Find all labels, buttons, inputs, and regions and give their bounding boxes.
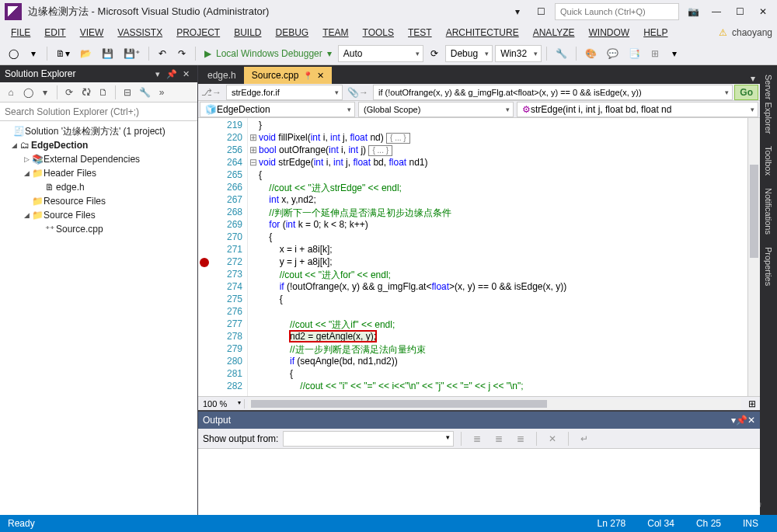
tree-source-cpp[interactable]: ⁺⁺Source.cpp bbox=[0, 222, 197, 236]
nav-class-combo[interactable]: 🧊 EdgeDection bbox=[200, 102, 355, 117]
nav-func-combo[interactable]: ⚙ strEdge(int i, int j, float bd, float … bbox=[517, 102, 758, 117]
code-editor[interactable]: 2192202562642652662672682692702712722732… bbox=[198, 118, 760, 396]
menu-team[interactable]: TEAM bbox=[316, 26, 354, 40]
tab-close-icon[interactable]: ✕ bbox=[317, 71, 324, 81]
tree-solution[interactable]: 🧾Solution '边缘检测方法' (1 project) bbox=[0, 124, 197, 138]
output-close-icon[interactable]: ✕ bbox=[747, 415, 755, 426]
se-refresh-icon[interactable]: ⟳ bbox=[61, 85, 77, 100]
status-ins: INS bbox=[732, 518, 769, 529]
menu-bar: FILE EDIT VIEW VASSISTX PROJECT BUILD DE… bbox=[0, 23, 777, 42]
pin-icon[interactable]: 📍 bbox=[303, 71, 312, 80]
output-btn-3[interactable]: ≣ bbox=[512, 431, 529, 447]
solution-explorer-search[interactable] bbox=[0, 103, 197, 121]
tool-icon-4[interactable]: 📑 bbox=[625, 45, 644, 62]
tree-source-files[interactable]: ◢📁Source Files bbox=[0, 208, 197, 222]
tab-source-cpp[interactable]: Source.cpp📍✕ bbox=[244, 67, 333, 84]
editor-area: edge.h Source.cpp📍✕ ▾ ⎇→ strEdge.for.if … bbox=[198, 65, 760, 515]
breakpoint-margin[interactable] bbox=[198, 118, 211, 396]
fold-column[interactable]: ⊞⊞⊟ bbox=[248, 118, 259, 396]
nav-fwd-button[interactable]: ▾ bbox=[25, 45, 42, 62]
tree-edge-h[interactable]: 🗎edge.h bbox=[0, 180, 197, 194]
solution-search-input[interactable] bbox=[0, 103, 197, 120]
maximize-button[interactable]: ☐ bbox=[730, 2, 749, 21]
save-all-button[interactable]: 💾⁺ bbox=[120, 45, 144, 62]
output-body[interactable] bbox=[198, 449, 760, 515]
tool-icon-3[interactable]: 💬 bbox=[603, 45, 622, 62]
se-back-icon[interactable]: ◯ bbox=[20, 85, 36, 100]
horizontal-scrollbar[interactable] bbox=[248, 398, 741, 409]
panel-dropdown-icon[interactable]: ▾ bbox=[151, 67, 165, 81]
menu-vassistx[interactable]: VASSISTX bbox=[111, 26, 169, 40]
open-button[interactable]: 📂 bbox=[76, 45, 96, 62]
output-pin-icon[interactable]: 📌 bbox=[736, 415, 747, 426]
go-button[interactable]: Go bbox=[734, 85, 758, 100]
zoom-combo[interactable]: 100 % bbox=[198, 399, 245, 409]
dropdown-icon[interactable]: ▾ bbox=[508, 2, 527, 21]
redo-button[interactable]: ↷ bbox=[173, 45, 190, 62]
menu-help[interactable]: HELP bbox=[637, 26, 674, 40]
panel-close-icon[interactable]: ✕ bbox=[179, 67, 193, 81]
tree-resource-files[interactable]: 📁Resource Files bbox=[0, 194, 197, 208]
output-wrap-icon[interactable]: ↵ bbox=[576, 431, 593, 447]
tool-icon-6[interactable]: ▾ bbox=[666, 45, 683, 62]
config-platform-combo[interactable]: Win32 bbox=[495, 45, 542, 62]
output-clear-icon[interactable]: ✕ bbox=[544, 431, 561, 447]
menu-debug[interactable]: DEBUG bbox=[270, 26, 315, 40]
nav-context-combo[interactable]: strEdge.for.if bbox=[226, 85, 343, 100]
tab-edge-h[interactable]: edge.h bbox=[200, 67, 244, 84]
tool-icon-1[interactable]: 🔧 bbox=[552, 45, 571, 62]
nav-scope-combo[interactable]: (Global Scope) bbox=[358, 102, 514, 117]
menu-build[interactable]: BUILD bbox=[228, 26, 267, 40]
tree-header-files[interactable]: ◢📁Header Files bbox=[0, 166, 197, 180]
rail-server-explorer[interactable]: Server Explorer bbox=[762, 68, 775, 140]
feedback-icon[interactable]: ☐ bbox=[531, 2, 550, 21]
minimize-button[interactable]: — bbox=[707, 2, 726, 21]
menu-file[interactable]: FILE bbox=[5, 26, 37, 40]
tool-icon-2[interactable]: 🎨 bbox=[581, 45, 601, 62]
code-content[interactable]: }void fillPixel(int i, int j, float nd) … bbox=[259, 118, 747, 396]
vs-logo-icon bbox=[5, 3, 22, 20]
undo-button[interactable]: ↶ bbox=[154, 45, 171, 62]
rail-notifications[interactable]: Notifications bbox=[762, 182, 775, 241]
output-btn-1[interactable]: ≣ bbox=[469, 431, 486, 447]
menu-analyze[interactable]: ANALYZE bbox=[527, 26, 581, 40]
rail-toolbox[interactable]: Toolbox bbox=[762, 140, 775, 182]
nav-back-button[interactable]: ◯ bbox=[5, 45, 23, 62]
menu-test[interactable]: TEST bbox=[402, 26, 438, 40]
output-toolbar: Show output from: ≣ ≣ ≣ ✕ ↵ bbox=[198, 429, 760, 449]
new-item-button[interactable]: 🗎▾ bbox=[52, 45, 74, 62]
menu-edit[interactable]: EDIT bbox=[38, 26, 71, 40]
quick-launch-input[interactable] bbox=[555, 3, 679, 20]
tree-ext-deps[interactable]: ▷📚External Dependencies bbox=[0, 152, 197, 166]
panel-pin-icon[interactable]: 📌 bbox=[165, 67, 179, 81]
save-button[interactable]: 💾 bbox=[98, 45, 117, 62]
se-showall-icon[interactable]: 🗋 bbox=[96, 85, 111, 100]
refresh-icon[interactable]: ⟳ bbox=[426, 45, 443, 62]
se-fwd-icon[interactable]: ▾ bbox=[37, 85, 53, 100]
se-more-icon[interactable]: » bbox=[154, 85, 169, 100]
vertical-scrollbar[interactable] bbox=[747, 118, 760, 396]
nav-statement-combo[interactable]: if (!outOfrange(x, y) && g_imgFlg.at<flo… bbox=[373, 85, 733, 100]
split-icon[interactable]: ⊞ bbox=[744, 398, 760, 409]
config-debug-combo[interactable]: Debug bbox=[445, 45, 493, 62]
se-sync-icon[interactable]: 🗘 bbox=[78, 85, 94, 100]
menu-window[interactable]: WINDOW bbox=[583, 26, 636, 40]
se-properties-icon[interactable]: 🔧 bbox=[137, 85, 152, 100]
tool-icon-5[interactable]: ⊞ bbox=[646, 45, 664, 62]
start-debug-button[interactable]: ▶Local Windows Debugger▾ bbox=[200, 45, 336, 62]
se-home-icon[interactable]: ⌂ bbox=[3, 85, 19, 100]
output-btn-2[interactable]: ≣ bbox=[490, 431, 507, 447]
close-button[interactable]: ✕ bbox=[754, 2, 772, 21]
tabs-dropdown-icon[interactable]: ▾ bbox=[746, 73, 760, 84]
menu-project[interactable]: PROJECT bbox=[170, 26, 226, 40]
config-auto-combo[interactable]: Auto bbox=[338, 45, 423, 62]
menu-architecture[interactable]: ARCHITECTURE bbox=[440, 26, 525, 40]
camera-icon[interactable]: 📷 bbox=[684, 2, 702, 21]
menu-view[interactable]: VIEW bbox=[74, 26, 110, 40]
tree-project[interactable]: ◢🗂EdgeDection bbox=[0, 138, 197, 152]
menu-tools[interactable]: TOOLS bbox=[357, 26, 400, 40]
output-source-combo[interactable] bbox=[283, 431, 454, 447]
rail-properties[interactable]: Properties bbox=[762, 241, 775, 292]
se-collapse-icon[interactable]: ⊟ bbox=[120, 85, 135, 100]
user-badge[interactable]: ⚠chaoyang bbox=[719, 27, 772, 38]
